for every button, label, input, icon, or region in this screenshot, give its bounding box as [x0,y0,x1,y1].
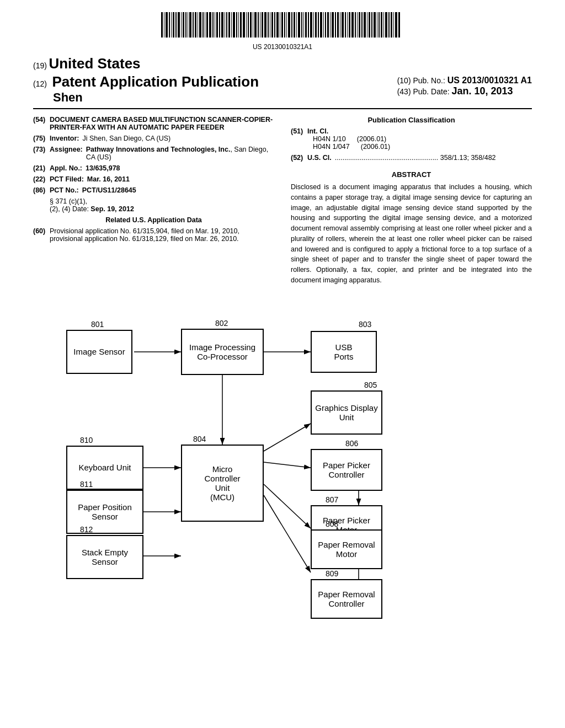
svg-rect-14 [195,12,196,38]
field-75-value: Ji Shen, San Diego, CA (US) [82,135,274,142]
svg-rect-54 [291,12,292,38]
box-810: Keyboard Unit [66,446,143,490]
label-802: 802 [215,319,228,328]
header-row1: (19) United States [33,55,532,72]
svg-rect-50 [281,12,283,38]
svg-rect-40 [258,12,259,38]
svg-rect-82 [359,12,360,38]
svg-rect-62 [310,12,312,38]
svg-rect-31 [236,12,237,38]
label-806: 806 [345,439,358,448]
field-52-num: (52) [291,154,307,162]
page: US 20130010321A1 (19) United States (12)… [0,0,565,728]
label-801: 801 [91,320,104,329]
svg-rect-68 [325,12,326,38]
country-label: (19) United States [33,55,532,72]
abstract-title: ABSTRACT [291,170,532,179]
barcode-area [33,11,532,41]
svg-rect-91 [381,12,382,38]
int-cl-2-year: (2006.01) [361,143,391,151]
svg-rect-52 [286,12,287,38]
svg-rect-34 [243,12,245,38]
field-52: (52) U.S. Cl. ..........................… [291,154,532,162]
field-54-value: DOCUMENT CAMERA BASED MULTIFUNCTION SCAN… [50,116,274,131]
barcode-svg [150,11,415,39]
field-22-value: Mar. 16, 2011 [87,175,274,183]
svg-rect-97 [395,12,397,38]
label-805: 805 [364,381,377,389]
svg-rect-39 [254,12,257,38]
svg-rect-46 [271,12,273,38]
svg-rect-13 [193,12,194,38]
svg-rect-86 [369,12,370,38]
label-810: 810 [80,436,93,445]
pub-date-value: Jan. 10, 2013 [451,85,513,97]
svg-rect-67 [323,12,324,38]
field-54: (54) DOCUMENT CAMERA BASED MULTIFUNCTION… [33,116,274,131]
svg-rect-35 [246,12,247,38]
svg-rect-18 [205,12,205,38]
field-52-label: U.S. Cl. [307,154,332,162]
svg-rect-9 [183,12,184,38]
svg-rect-16 [199,12,201,38]
svg-rect-3 [169,12,170,38]
field-22-num: (22) [33,175,50,183]
field-60-value: Provisional application No. 61/315,904, … [50,227,274,243]
svg-rect-0 [161,12,163,38]
svg-rect-84 [364,12,366,38]
svg-rect-73 [337,12,339,38]
box-806: Paper Picker Controller [311,449,382,491]
svg-rect-48 [276,12,279,38]
field-21-value: 13/635,978 [86,164,274,172]
box-805: Graphics Display Unit [311,390,382,435]
svg-rect-78 [349,12,350,38]
right-column: Publication Classification (51) Int. Cl.… [291,116,532,286]
svg-rect-93 [385,12,387,38]
int-cl-1-year: (2006.01) [357,135,387,143]
field-73: (73) Assignee: Pathway Innovations and T… [33,146,274,161]
country-name: United States [49,55,140,72]
patent-number-display: US 20130010321A1 [33,43,532,51]
svg-rect-89 [377,12,377,38]
field-73-num: (73) [33,146,50,153]
field-22: (22) PCT Filed: Mar. 16, 2011 [33,175,274,183]
field-21: (21) Appl. No.: 13/635,978 [33,164,274,172]
svg-rect-29 [231,12,232,38]
pub-class-title: Publication Classification [291,116,532,124]
label-807: 807 [326,495,338,504]
svg-line-108 [264,462,311,468]
box-809: Paper Removal Controller [311,579,382,619]
svg-rect-26 [225,12,225,38]
svg-rect-70 [330,12,331,38]
svg-rect-24 [219,12,220,38]
svg-rect-51 [284,12,285,38]
svg-rect-61 [308,12,309,38]
int-cl-1-code: H04N 1/10 [313,135,346,143]
box-811: Paper Position Sensor [66,490,143,534]
field-51-block: Int. Cl. H04N 1/10 (2006.01) H04N 1/047 … [307,127,390,151]
box-808b: Paper Removal Motor [311,529,382,569]
svg-rect-69 [327,12,329,38]
svg-rect-98 [398,12,400,38]
svg-rect-71 [332,12,334,38]
svg-rect-15 [198,12,198,38]
svg-rect-33 [240,12,242,38]
header-row2: (12) Patent Application Publication Shen… [33,73,532,109]
pub-date-row: (43) Pub. Date: Jan. 10, 2013 [397,85,513,97]
svg-rect-32 [238,12,239,38]
box-803: USB Ports [311,331,377,373]
left-column: (54) DOCUMENT CAMERA BASED MULTIFUNCTION… [33,116,274,286]
field-54-num: (54) [33,116,50,124]
abstract-text: Disclosed is a document imaging apparatu… [291,182,532,286]
field-75: (75) Inventor: Ji Shen, San Diego, CA (U… [33,135,274,142]
svg-rect-57 [298,12,300,38]
svg-rect-8 [181,12,182,38]
field-371-line2: (2), (4) Date: Sep. 19, 2012 [50,205,134,213]
svg-rect-56 [296,12,297,38]
field-51-num: (51) [291,127,307,135]
header-left: (19) United States [33,55,532,72]
svg-rect-17 [202,12,204,38]
svg-line-112 [264,495,311,572]
svg-rect-37 [250,12,252,38]
pub-number-row: (10) Pub. No.: US 2013/0010321 A1 [397,76,532,85]
